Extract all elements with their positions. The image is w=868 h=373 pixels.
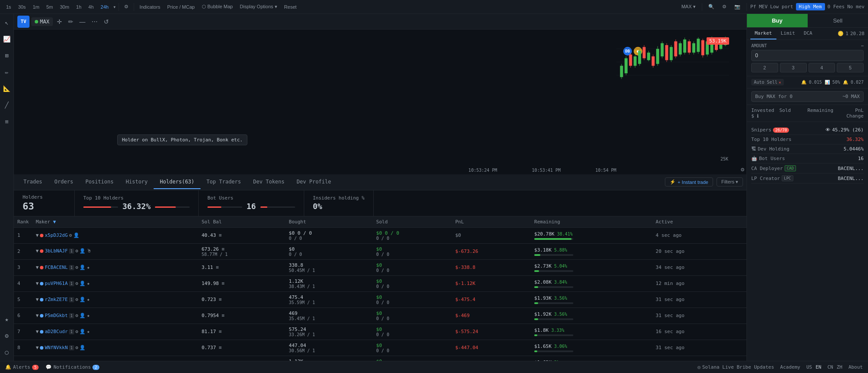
sidebar-icon-settings[interactable]: ⚙ xyxy=(2,330,12,341)
tf-1m[interactable]: 1m xyxy=(30,3,42,11)
quick-amt-2[interactable]: 2 xyxy=(751,63,778,72)
about-item[interactable]: About xyxy=(848,364,863,370)
filter-icon[interactable]: ▼ xyxy=(36,329,39,334)
sidebar-icon-star[interactable]: ★ xyxy=(2,314,12,324)
person-icon[interactable]: 👤 xyxy=(79,345,85,350)
copy-icon[interactable]: ⚙ xyxy=(76,248,79,254)
holders-table-container[interactable]: Rank Maker ▼ Sol Bal Bought Sold PnL Rem… xyxy=(14,216,746,361)
person-icon[interactable]: 👤 xyxy=(79,313,85,318)
chart-settings-icon[interactable]: ⚙ xyxy=(740,167,745,173)
buy-tab[interactable]: Buy xyxy=(747,14,808,27)
lang-cn-zh[interactable]: CN ZH xyxy=(827,364,842,370)
tab-holders[interactable]: Holders(63) xyxy=(154,175,200,189)
copy-icon[interactable]: ⚙ xyxy=(76,345,79,350)
extra-icon[interactable]: ★ xyxy=(87,313,90,318)
sidebar-icon-menu[interactable]: ≡ xyxy=(2,116,12,127)
tab-dev-profile[interactable]: Dev Profile xyxy=(291,175,337,189)
maker-address[interactable]: aD2BCudr xyxy=(45,329,68,334)
sidebar-icon-line[interactable]: ╱ xyxy=(2,100,12,110)
sidebar-icon-measure[interactable]: 📐 xyxy=(2,83,12,94)
sidebar-icon-draw[interactable]: ✏ xyxy=(2,67,12,77)
tab-orders[interactable]: Orders xyxy=(48,175,79,189)
tab-trades[interactable]: Trades xyxy=(17,175,48,189)
extra-icon[interactable]: ★ xyxy=(87,281,90,286)
tf-5m[interactable]: 5m xyxy=(44,3,56,11)
sidebar-icon-user[interactable]: ◯ xyxy=(2,347,12,357)
tab-dev-tokens[interactable]: Dev Tokens xyxy=(247,175,290,189)
order-tab-dca[interactable]: DCA xyxy=(799,28,817,39)
draw-btn[interactable]: ✏ xyxy=(66,17,76,26)
tf-1h[interactable]: 1h xyxy=(73,3,84,11)
copy-icon[interactable]: ⚙ xyxy=(76,265,79,270)
tf-dropdown-icon[interactable]: ▾ xyxy=(113,4,116,10)
copy-icon[interactable]: ⚙ xyxy=(76,297,79,302)
quick-amt-5[interactable]: 5 xyxy=(837,63,864,72)
price-mcap-btn[interactable]: Price / MCap xyxy=(164,3,197,11)
filter-icon[interactable]: ▼ xyxy=(36,281,39,286)
sell-tab[interactable]: Sell xyxy=(808,14,868,27)
person-icon[interactable]: 👤 xyxy=(79,265,85,270)
person-icon[interactable]: 👤 xyxy=(79,329,85,334)
tf-30m[interactable]: 30m xyxy=(57,3,72,11)
maker-address[interactable]: x5pDJ2dG xyxy=(45,232,68,238)
sidebar-icon-layers[interactable]: ⊞ xyxy=(2,50,12,61)
more-btn[interactable]: ⋯ xyxy=(89,17,100,26)
lang-us[interactable]: US xyxy=(806,364,812,370)
buy-max-input[interactable]: Buy MAX for 0 ~0 MAX xyxy=(751,91,864,102)
indicators-btn[interactable]: Indicators xyxy=(137,3,163,11)
filter-icon[interactable]: ▼ xyxy=(36,232,39,238)
bubble-map-btn[interactable]: ⬡ Bubble Map xyxy=(199,3,236,11)
maker-address[interactable]: 3bLbNAJF xyxy=(45,248,68,254)
filter-icon[interactable]: ▼ xyxy=(36,297,39,302)
extra-icon[interactable]: ★ xyxy=(87,265,90,270)
tf-30s[interactable]: 30s xyxy=(16,3,29,11)
maker-address[interactable]: puVPH61A xyxy=(45,281,68,286)
copy-icon[interactable]: ⚙ xyxy=(76,281,79,286)
solana-live-item[interactable]: ◎ Solana Live Bribe Updates xyxy=(697,364,774,370)
settings-btn[interactable]: ⚙ xyxy=(720,3,729,11)
maker-address[interactable]: FCBACENL xyxy=(45,265,68,270)
sidebar-icon-chart[interactable]: 📈 xyxy=(2,34,12,44)
search-btn[interactable]: 🔍 xyxy=(706,3,717,11)
high-mem-badge[interactable]: High Mem xyxy=(796,3,825,10)
settings-icon-small[interactable]: ⋯ xyxy=(861,43,864,48)
tf-4h[interactable]: 4h xyxy=(86,3,96,11)
maker-address[interactable]: rZmkZE7E xyxy=(45,297,68,302)
quick-amt-4[interactable]: 4 xyxy=(809,63,835,72)
maker-address[interactable]: P5mDGkbt xyxy=(45,313,68,318)
refresh-btn[interactable]: ↺ xyxy=(102,17,111,26)
amount-input[interactable] xyxy=(751,50,864,61)
alerts-item[interactable]: 🔔 Alerts 5 xyxy=(5,364,39,370)
lang-us-en[interactable]: US EN xyxy=(806,364,822,370)
academy-item[interactable]: Academy xyxy=(780,364,800,370)
filters-btn[interactable]: Filters ▾ xyxy=(717,177,743,186)
tab-history[interactable]: History xyxy=(120,175,154,189)
order-tab-market[interactable]: Market xyxy=(750,28,776,39)
copy-icon[interactable]: ⚙ xyxy=(69,232,72,238)
person-icon[interactable]: 👤 xyxy=(73,232,79,238)
maker-address[interactable]: WNfNVkkN xyxy=(45,345,68,350)
lang-zh[interactable]: ZH xyxy=(837,364,842,370)
filter-icon[interactable]: ▼ xyxy=(36,313,39,318)
extra-icon[interactable]: ★ xyxy=(87,329,90,334)
sidebar-icon-cursor[interactable]: ↖ xyxy=(2,17,12,28)
auto-sell-badge[interactable]: Auto Sell ✕ xyxy=(751,79,784,85)
tab-positions[interactable]: Positions xyxy=(79,175,120,189)
copy-icon[interactable]: ⚙ xyxy=(76,313,79,318)
quick-amt-3[interactable]: 3 xyxy=(780,63,807,72)
filter-icon[interactable]: ▼ xyxy=(36,265,39,270)
camera-btn[interactable]: 📷 xyxy=(732,3,743,11)
lang-en[interactable]: EN xyxy=(815,364,821,370)
person-icon[interactable]: 👤 xyxy=(79,248,85,254)
reset-btn[interactable]: Reset xyxy=(282,3,299,11)
extra-icon[interactable]: ★ xyxy=(87,297,90,302)
notifications-item[interactable]: 💬 Notifications 2 xyxy=(46,364,99,370)
lang-cn[interactable]: CN xyxy=(827,364,833,370)
max-dropdown-btn[interactable]: MAX ▾ xyxy=(679,3,698,11)
person-icon[interactable]: 👤 xyxy=(79,281,85,286)
tf-1s[interactable]: 1s xyxy=(3,3,14,11)
hline-btn[interactable]: — xyxy=(77,17,88,26)
person-icon[interactable]: 👤 xyxy=(79,297,85,302)
filter-icon[interactable]: ▼ xyxy=(36,345,39,350)
chart-settings-btn[interactable]: ⚙ xyxy=(122,3,131,11)
